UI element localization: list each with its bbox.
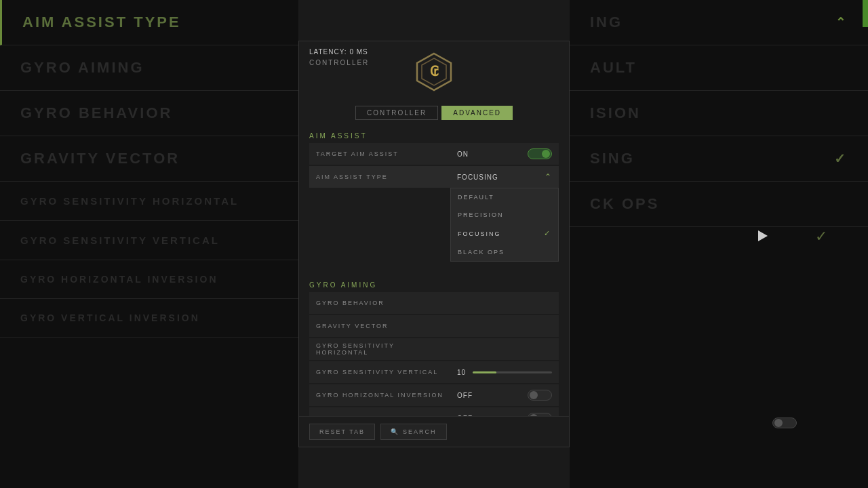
bg-left-item-gravity-vector: GRAVITY VECTOR <box>0 136 298 182</box>
bg-right-item-3: SING ✓ <box>570 136 868 182</box>
bg-left-item-gyro-v-inv: GYRO VERTICAL INVERSION <box>0 299 298 338</box>
bg-right-item-2: ISION <box>570 91 868 136</box>
controller-label: CONTROLLER <box>309 59 369 66</box>
gravity-vector-row[interactable]: GRAVITY VECTOR <box>309 315 559 337</box>
checkmark-icon: ✓ <box>834 150 848 167</box>
dropdown-option-default[interactable]: DEFAULT <box>451 188 558 206</box>
modal-footer: RESET TAB 🔍 SEARCH <box>299 416 569 447</box>
bg-right-item-4: CK OPS <box>570 182 868 227</box>
bg-left-panel: AIM ASSIST TYPE GYRO AIMING GYRO BEHAVIO… <box>0 0 298 488</box>
bg-right-toggle <box>772 418 797 428</box>
cursor <box>758 230 768 241</box>
gyro-sens-v-row[interactable]: GYRO SENSITIVITY VERTICAL 10 <box>309 361 559 383</box>
tab-bar: CONTROLLER ADVANCED <box>299 102 569 127</box>
bg-left-item-aim-assist: AIM ASSIST TYPE <box>0 0 298 45</box>
gyro-h-inv-row[interactable]: GYRO HORIZONTAL INVERSION OFF <box>309 384 559 406</box>
gyro-sens-v-value: 10 <box>450 369 559 376</box>
aim-assist-section-header: AIM ASSIST <box>309 127 559 143</box>
gyro-sens-h-row[interactable]: GYRO SENSITIVITY HORIZONTAL <box>309 338 559 360</box>
game-logo: ₢ <box>414 52 454 92</box>
gyro-sens-v-slider[interactable] <box>473 371 552 373</box>
search-icon: 🔍 <box>391 428 399 435</box>
dropdown-arrow-icon: ⌃ <box>545 172 552 182</box>
settings-modal: LATENCY: 0 MS CONTROLLER ₢ CONTROLLER AD… <box>298 41 570 447</box>
modal-header: LATENCY: 0 MS CONTROLLER ₢ <box>299 41 569 102</box>
target-aim-assist-value: ON <box>450 148 559 159</box>
gyro-v-inv-value: OFF <box>450 413 559 416</box>
dropdown-option-focusing[interactable]: FOCUSING ✓ <box>451 224 558 243</box>
gyro-v-inv-toggle[interactable] <box>528 413 552 416</box>
aim-assist-type-dropdown[interactable]: DEFAULT PRECISION FOCUSING ✓ BLACK OPS <box>450 188 559 262</box>
bg-left-item-gyro-sens-h: GYRO SENSITIVITY HORIZONTAL <box>0 182 298 221</box>
aim-assist-type-value: FOCUSING ⌃ <box>450 172 559 182</box>
modal-content: AIM ASSIST TARGET AIM ASSIST ON AIM ASSI… <box>299 127 569 416</box>
target-aim-assist-row[interactable]: TARGET AIM ASSIST ON <box>309 143 559 165</box>
gyro-h-inv-value: OFF <box>450 390 559 401</box>
bg-left-item-gyro-aiming: GYRO AIMING <box>0 45 298 91</box>
reset-tab-button[interactable]: RESET TAB <box>309 424 375 440</box>
bg-right-item-1: AULT <box>570 45 868 91</box>
svg-text:₢: ₢ <box>430 64 439 79</box>
dropdown-option-black-ops[interactable]: BLACK OPS <box>451 243 558 261</box>
bg-left-item-gyro-behavior: GYRO BEHAVIOR <box>0 91 298 136</box>
gyro-h-inv-toggle[interactable] <box>528 390 552 401</box>
tab-advanced[interactable]: ADVANCED <box>441 106 513 120</box>
latency-info: LATENCY: 0 MS <box>309 48 368 56</box>
bg-left-item-gyro-sens-v: GYRO SENSITIVITY VERTICAL <box>0 221 298 260</box>
selected-check-icon: ✓ <box>544 229 551 238</box>
bg-right-item-0: ING ⌃ <box>570 0 868 45</box>
gyro-v-inv-row[interactable]: GYRO VERTICAL INVERSION OFF <box>309 407 559 416</box>
dropdown-option-precision[interactable]: PRECISION <box>451 206 558 224</box>
bg-left-item-gyro-h-inv: GYRO HORIZONTAL INVERSION <box>0 260 298 299</box>
right-checkmark-icon: ✓ <box>815 228 827 245</box>
gyro-aiming-section-header: GYRO AIMING <box>309 276 559 292</box>
tab-controller[interactable]: CONTROLLER <box>355 106 438 120</box>
gyro-behavior-row[interactable]: GYRO BEHAVIOR <box>309 292 559 314</box>
search-button[interactable]: 🔍 SEARCH <box>380 424 447 440</box>
chevron-up-icon: ⌃ <box>835 15 848 30</box>
target-aim-assist-toggle[interactable] <box>528 148 552 159</box>
aim-assist-type-row[interactable]: AIM ASSIST TYPE FOCUSING ⌃ DEFAULT PRECI… <box>309 166 559 188</box>
